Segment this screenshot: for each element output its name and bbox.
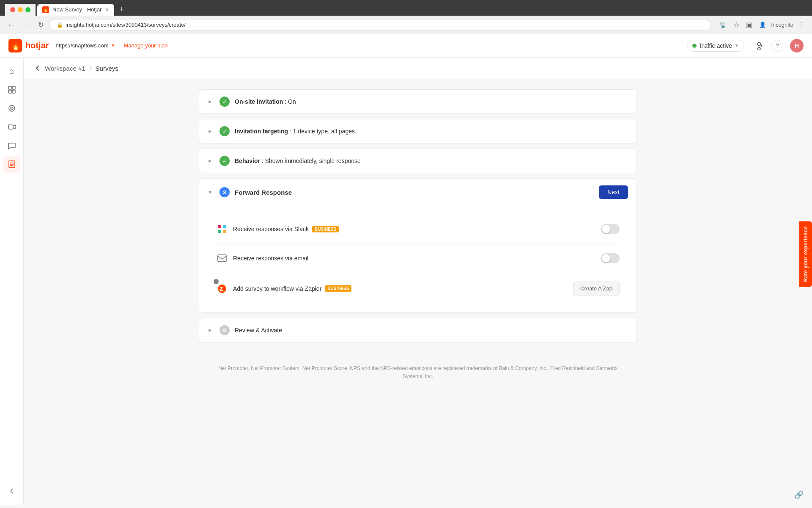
- slack-integration-row: Receive responses via Slack BUSINESS: [216, 215, 620, 244]
- review-activate-title: Review & Activate: [235, 327, 282, 334]
- chevron-down-icon: ▼: [208, 189, 214, 195]
- behavior-section: ► ✓ Behavior : Shown immediately, single…: [199, 149, 637, 173]
- browser-tabs: 🔥 New Survey - Hotjar ✕ +: [5, 3, 807, 16]
- svg-text:🔥: 🔥: [11, 41, 21, 51]
- slack-integration-label: Receive responses via Slack BUSINESS: [233, 226, 596, 232]
- browser-address-bar-row: ← → ↻ 🔒 insights.hotjar.com/sites/309041…: [0, 16, 812, 34]
- add-user-button[interactable]: [751, 39, 765, 52]
- add-user-icon: [754, 41, 762, 50]
- sidebar-collapse-button[interactable]: [3, 483, 20, 500]
- address-bar[interactable]: 🔒 insights.hotjar.com/sites/3090413/surv…: [49, 19, 711, 30]
- back-button[interactable]: [34, 64, 41, 72]
- sidebar-item-dashboard[interactable]: [3, 81, 20, 98]
- user-avatar[interactable]: H: [790, 39, 804, 52]
- svg-rect-14: [218, 255, 226, 262]
- browser-window-controls: [10, 7, 30, 12]
- forward-button[interactable]: →: [20, 20, 32, 30]
- help-button[interactable]: ?: [771, 40, 783, 52]
- svg-rect-8: [8, 125, 13, 129]
- manage-plan-link[interactable]: Manage your plan: [123, 42, 167, 49]
- sidebar-item-home[interactable]: ⌂: [3, 63, 20, 80]
- reload-button[interactable]: ↻: [36, 20, 46, 30]
- behavior-header[interactable]: ► ✓ Behavior : Shown immediately, single…: [199, 149, 636, 173]
- cast-icon[interactable]: 📡: [718, 21, 728, 29]
- app-wrapper: 🔥 hotjar https://snapflows.com ▼ Manage …: [0, 34, 812, 505]
- onsite-invitation-section: ► ✓ On-site invitation : On: [199, 89, 637, 114]
- link-icon[interactable]: 🔗: [794, 490, 804, 500]
- email-integration-row: Receive responses via email: [216, 244, 620, 273]
- svg-rect-10: [218, 225, 221, 228]
- breadcrumb-workspace: Workspace #1: [45, 65, 85, 72]
- maximize-window-button[interactable]: [25, 7, 30, 12]
- address-text: insights.hotjar.com/sites/3090413/survey…: [66, 22, 186, 28]
- business-badge-slack: BUSINESS: [312, 226, 339, 232]
- section-check-icon: ✓: [219, 126, 230, 136]
- slack-icon: [216, 223, 228, 235]
- new-tab-button[interactable]: +: [116, 3, 127, 16]
- browser-toolbar-icons: 📡 ☆ ▣ 👤 Incognito ⋮: [718, 20, 807, 30]
- lock-icon: 🔒: [57, 22, 63, 28]
- app-header: 🔥 hotjar https://snapflows.com ▼ Manage …: [0, 34, 812, 58]
- profile-icon[interactable]: 👤: [757, 21, 768, 29]
- forward-response-title: Forward Response: [235, 189, 594, 196]
- sidebar-item-heatmaps[interactable]: [3, 100, 20, 117]
- section-number-gray: 9: [219, 325, 230, 335]
- back-button[interactable]: ←: [5, 20, 17, 30]
- invitation-targeting-header[interactable]: ► ✓ Invitation targeting : 1 device type…: [199, 119, 636, 143]
- logo-text: hotjar: [25, 41, 49, 50]
- page-footer: Net Promoter, Net Promoter System, Net P…: [199, 348, 637, 389]
- next-button[interactable]: Next: [599, 185, 628, 199]
- sidebar: ⌂: [0, 58, 24, 505]
- breadcrumb-chevron-icon: [89, 65, 92, 71]
- invitation-targeting-title: Invitation targeting : 1 device type, al…: [235, 128, 357, 135]
- chevron-right-icon: ►: [208, 327, 214, 333]
- close-window-button[interactable]: [10, 7, 15, 12]
- hotjar-logo: 🔥 hotjar: [8, 39, 49, 52]
- chevron-right-icon: ►: [208, 99, 214, 105]
- active-browser-tab[interactable]: 🔥 New Survey - Hotjar ✕: [37, 4, 114, 16]
- rate-experience-tab[interactable]: Rate your experience: [799, 221, 812, 287]
- site-url-dropdown-icon[interactable]: ▼: [111, 43, 115, 48]
- breadcrumb: Workspace #1 Surveys: [24, 58, 812, 79]
- svg-point-6: [9, 105, 15, 111]
- traffic-status-button[interactable]: Traffic active ▼: [687, 40, 745, 52]
- minimize-window-button[interactable]: [18, 7, 23, 12]
- breadcrumb-current: Surveys: [96, 65, 118, 72]
- sidebar-icon[interactable]: ▣: [744, 20, 754, 30]
- section-check-icon: ✓: [219, 156, 230, 166]
- slack-toggle[interactable]: [601, 224, 620, 234]
- sidebar-item-surveys[interactable]: [3, 156, 20, 173]
- forward-response-header[interactable]: ▼ 8 Forward Response Next: [199, 179, 636, 206]
- sidebar-item-feedback[interactable]: [3, 137, 20, 154]
- svg-rect-4: [8, 90, 11, 93]
- svg-rect-3: [12, 86, 15, 89]
- zapier-integration-row: Z Add survey to workflow via Zapier BUSI…: [216, 273, 620, 304]
- browser-menu-button[interactable]: ⋮: [797, 20, 807, 30]
- svg-rect-2: [8, 86, 11, 89]
- hotjar-logo-icon: 🔥: [8, 39, 22, 52]
- zapier-icon: Z: [216, 283, 228, 295]
- sidebar-item-recordings[interactable]: [3, 119, 20, 135]
- traffic-active-dot: [692, 44, 697, 48]
- bookmark-icon[interactable]: ☆: [732, 20, 741, 30]
- email-toggle[interactable]: [601, 253, 620, 263]
- site-url-display: https://snapflows.com ▼: [56, 42, 115, 49]
- invitation-targeting-section: ► ✓ Invitation targeting : 1 device type…: [199, 119, 637, 144]
- create-zap-button[interactable]: Create A Zap: [573, 282, 620, 295]
- svg-rect-5: [12, 90, 15, 93]
- survey-content: ► ✓ On-site invitation : On ► ✓: [185, 79, 650, 399]
- incognito-label: Incognito: [771, 22, 793, 28]
- chevron-right-icon: ►: [208, 128, 214, 134]
- onsite-invitation-header[interactable]: ► ✓ On-site invitation : On: [199, 90, 636, 113]
- business-badge-zapier: BUSINESS: [325, 285, 351, 292]
- review-activate-header[interactable]: ► 9 Review & Activate: [199, 318, 636, 342]
- main-layout: ⌂: [0, 58, 812, 505]
- svg-point-7: [11, 107, 13, 110]
- section-check-icon: ✓: [219, 97, 230, 107]
- svg-rect-13: [223, 230, 226, 233]
- tab-close-button[interactable]: ✕: [105, 7, 109, 13]
- content-area: Workspace #1 Surveys ► ✓ On-site invitat…: [24, 58, 812, 505]
- review-activate-section: ► 9 Review & Activate: [199, 318, 637, 342]
- email-icon: [216, 252, 228, 264]
- svg-text:Z: Z: [219, 286, 223, 292]
